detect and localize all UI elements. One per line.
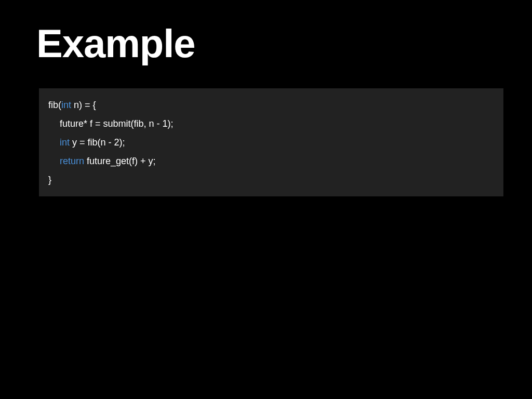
- code-text: }: [48, 175, 51, 185]
- code-line-3: int y = fib(n - 2);: [48, 133, 494, 152]
- keyword-int: int: [60, 137, 70, 148]
- code-text: n) = {: [71, 100, 96, 110]
- code-text: future* f = submit(fib, n - 1);: [60, 118, 174, 129]
- code-block: fib(int n) = { future* f = submit(fib, n…: [39, 88, 503, 196]
- keyword-int: int: [61, 100, 71, 110]
- keyword-return: return: [60, 156, 84, 166]
- slide-title: Example: [36, 21, 195, 66]
- code-line-5: }: [48, 170, 494, 189]
- code-text: future_get(f) + y;: [84, 156, 156, 166]
- code-text: fib(: [48, 100, 61, 110]
- code-text: y = fib(n - 2);: [70, 137, 125, 148]
- code-line-1: fib(int n) = {: [48, 96, 494, 114]
- code-line-2: future* f = submit(fib, n - 1);: [48, 114, 494, 133]
- code-line-4: return future_get(f) + y;: [48, 152, 494, 170]
